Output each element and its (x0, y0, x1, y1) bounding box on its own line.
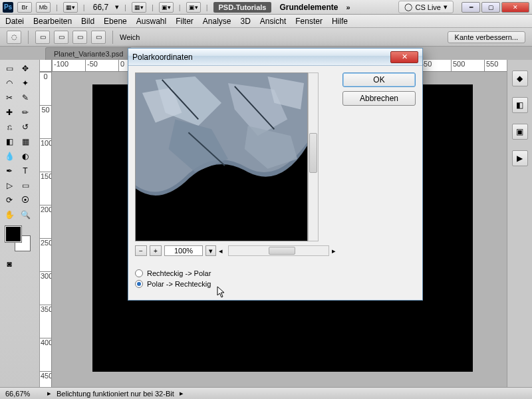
ok-button[interactable]: OK (342, 72, 416, 87)
radio-icon (135, 269, 143, 277)
scroll-left-icon[interactable]: ◂ (219, 247, 223, 255)
radio-rect-to-polar[interactable]: Rechteckig -> Polar (135, 269, 336, 277)
zoom-value[interactable]: 100% (164, 245, 203, 256)
polar-coordinates-dialog: Polarkoordinaten ✕ (128, 48, 423, 301)
zoom-out-button[interactable]: − (135, 245, 147, 256)
dialog-titlebar[interactable]: Polarkoordinaten ✕ (128, 49, 422, 66)
zoom-in-button[interactable]: + (150, 245, 162, 256)
filter-preview[interactable] (135, 72, 308, 241)
preview-vscroll[interactable] (308, 72, 319, 241)
dialog-close-button[interactable]: ✕ (390, 51, 418, 63)
scroll-right-icon[interactable]: ▸ (332, 247, 336, 255)
preview-hscroll[interactable] (228, 245, 329, 256)
dialog-title: Polarkoordinaten (132, 53, 390, 62)
radio-polar-to-rect[interactable]: Polar -> Rechteckig (135, 280, 336, 288)
radio-icon (135, 280, 143, 288)
zoom-dropdown[interactable]: ▾ (205, 245, 216, 256)
cancel-button[interactable]: Abbrechen (342, 91, 416, 106)
